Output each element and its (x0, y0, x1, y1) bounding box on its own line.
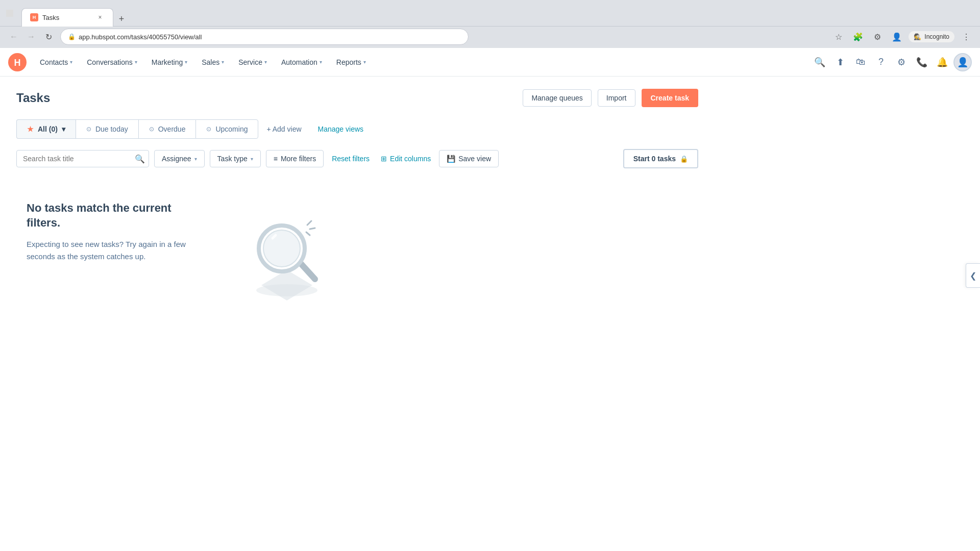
reset-filters-button[interactable]: Reset filters (329, 151, 373, 167)
back-button[interactable]: ← (6, 29, 21, 44)
tab-bar: H Tasks × + (21, 0, 129, 27)
tab-due-today[interactable]: ⊙ Due today (76, 119, 138, 139)
nav-sales[interactable]: Sales ▾ (194, 48, 231, 77)
forward-button[interactable]: → (23, 29, 39, 44)
upgrade-button[interactable]: ⬆ (831, 53, 849, 71)
new-tab-button[interactable]: + (114, 12, 129, 27)
page-title: Tasks (16, 91, 50, 105)
help-button[interactable]: ? (872, 53, 890, 71)
active-tab[interactable]: H Tasks × (21, 8, 113, 27)
header-actions: Manage queues Import Create task (523, 89, 698, 107)
nav-automation[interactable]: Automation ▾ (274, 48, 329, 77)
save-view-label: Save view (458, 155, 491, 163)
nav-conversations[interactable]: Conversations ▾ (80, 48, 144, 77)
view-tabs: ★ All (0) ▾ ⊙ Due today ⊙ Overdue ⊙ Upco… (16, 119, 698, 139)
nav-marketing[interactable]: Marketing ▾ (144, 48, 194, 77)
tab-overdue-label: Overdue (158, 125, 186, 133)
manage-views-link[interactable]: Manage views (310, 120, 372, 138)
nav-contacts[interactable]: Contacts ▾ (33, 48, 80, 77)
address-bar[interactable]: 🔒 app.hubspot.com/tasks/40055750/view/al… (60, 29, 469, 45)
search-nav-button[interactable]: 🔍 (811, 53, 829, 71)
browser-window-controls (6, 10, 13, 17)
empty-state-text: No tasks match the current filters. Expe… (27, 201, 200, 263)
svg-line-10 (306, 232, 310, 235)
page-content: Tasks Manage queues Import Create task ★… (0, 77, 715, 315)
reports-caret: ▾ (363, 59, 366, 65)
filter-bar: 🔍 Assignee ▾ Task type ▾ ≡ More filters … (16, 149, 698, 168)
all-tab-caret: ▾ (62, 125, 65, 133)
svg-point-6 (263, 230, 300, 267)
tab-upcoming-label: Upcoming (215, 125, 248, 133)
address-bar-row: ← → ↻ 🔒 app.hubspot.com/tasks/40055750/v… (0, 27, 980, 48)
browser-chrome: H Tasks × + (0, 0, 980, 27)
more-filters-label: More filters (281, 155, 316, 163)
tab-upcoming[interactable]: ⊙ Upcoming (195, 119, 258, 139)
empty-state-illustration (231, 201, 343, 303)
tab-due-today-label: Due today (95, 125, 128, 133)
task-type-label: Task type (217, 155, 248, 163)
tab-title: Tasks (42, 14, 59, 21)
extensions-button[interactable]: 🧩 (850, 29, 866, 44)
browser-menu-button[interactable]: ⋮ (959, 29, 974, 44)
assignee-filter-button[interactable]: Assignee ▾ (154, 150, 205, 167)
url-text: app.hubspot.com/tasks/40055750/view/all (79, 33, 202, 41)
svg-line-8 (307, 221, 311, 225)
tab-favicon: H (30, 13, 38, 21)
marketplace-button[interactable]: 🛍 (851, 53, 870, 71)
settings-button[interactable]: ⚙ (892, 53, 911, 71)
edit-columns-icon: ⊞ (381, 155, 387, 163)
save-view-icon: 💾 (447, 155, 455, 163)
page-header: Tasks Manage queues Import Create task (16, 89, 698, 107)
search-input[interactable] (16, 150, 149, 167)
browser-settings-button[interactable]: ⚙ (870, 29, 885, 44)
phone-button[interactable]: 📞 (913, 53, 931, 71)
nav-reports[interactable]: Reports ▾ (329, 48, 373, 77)
automation-caret: ▾ (320, 59, 322, 65)
svg-marker-3 (261, 270, 312, 300)
edit-columns-label: Edit columns (390, 155, 431, 163)
notifications-button[interactable]: 🔔 (933, 53, 951, 71)
conversations-caret: ▾ (135, 59, 137, 65)
more-filters-icon: ≡ (274, 155, 278, 163)
start-tasks-label: Start 0 tasks (633, 155, 676, 163)
assignee-caret-icon: ▾ (194, 156, 197, 162)
tab-all[interactable]: ★ All (0) ▾ (16, 119, 76, 139)
panel-toggle-button[interactable]: ❮ (966, 263, 980, 288)
search-icon-button[interactable]: 🔍 (135, 154, 145, 164)
tab-all-label: All (0) (38, 125, 58, 133)
task-type-filter-button[interactable]: Task type ▾ (210, 150, 261, 167)
sales-caret: ▾ (222, 59, 224, 65)
incognito-icon: 🕵 (914, 33, 921, 40)
due-today-icon: ⊙ (86, 126, 91, 133)
tab-overdue[interactable]: ⊙ Overdue (138, 119, 196, 139)
start-tasks-button[interactable]: Start 0 tasks 🔒 (623, 149, 698, 168)
nav-items: Contacts ▾ Conversations ▾ Marketing ▾ S… (33, 48, 811, 77)
save-view-button[interactable]: 💾 Save view (439, 150, 499, 167)
upcoming-icon: ⊙ (206, 126, 211, 133)
refresh-button[interactable]: ↻ (41, 29, 56, 44)
panel-toggle-icon: ❮ (970, 271, 976, 281)
browser-nav-buttons: ← → ↻ (6, 29, 56, 44)
tab-close-button[interactable]: × (95, 13, 105, 22)
hubspot-logo[interactable]: H (8, 53, 27, 71)
empty-state-description: Expecting to see new tasks? Try again in… (27, 238, 200, 263)
user-avatar-button[interactable]: 👤 (953, 53, 972, 71)
hubspot-app: H Contacts ▾ Conversations ▾ Marketing ▾… (0, 48, 980, 315)
top-nav: H Contacts ▾ Conversations ▾ Marketing ▾… (0, 48, 980, 77)
chrome-logo (6, 10, 13, 17)
nav-service[interactable]: Service ▾ (231, 48, 274, 77)
more-filters-button[interactable]: ≡ More filters (266, 150, 324, 167)
all-tab-star-icon: ★ (27, 125, 34, 133)
import-button[interactable]: Import (598, 89, 635, 107)
manage-queues-button[interactable]: Manage queues (523, 89, 591, 107)
create-task-button[interactable]: Create task (642, 89, 699, 107)
avatar-icon: 👤 (957, 57, 968, 68)
add-view-button[interactable]: + Add view (258, 120, 309, 138)
browser-profile-button[interactable]: 👤 (889, 29, 904, 44)
start-tasks-lock-icon: 🔒 (680, 155, 688, 163)
service-caret: ▾ (264, 59, 267, 65)
incognito-button[interactable]: 🕵 Incognito (909, 31, 954, 42)
bookmark-button[interactable]: ☆ (831, 29, 846, 44)
edit-columns-button[interactable]: ⊞ Edit columns (378, 151, 434, 167)
lock-icon: 🔒 (68, 33, 76, 40)
